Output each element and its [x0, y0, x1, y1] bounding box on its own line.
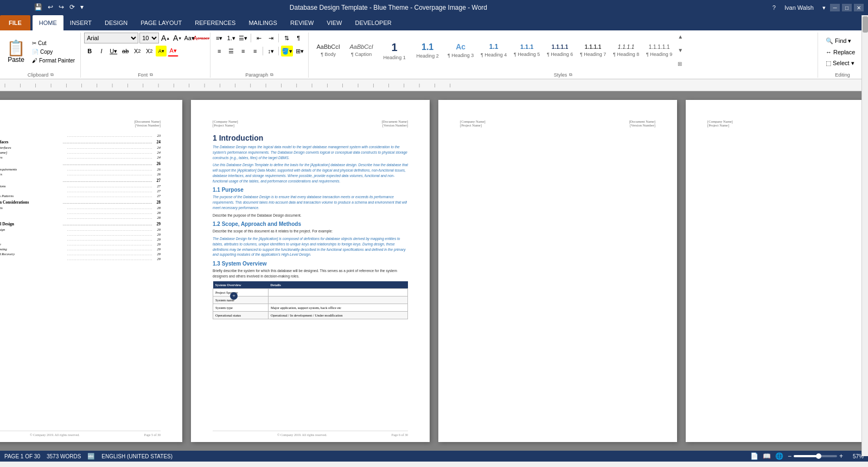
sort-button[interactable]: ⇅ — [281, 33, 292, 43]
page-row2-1[interactable]: [Company Name] [Project Name] [Document … — [438, 100, 677, 442]
subscript-button[interactable]: X2 — [132, 46, 143, 56]
zoom-track[interactable] — [794, 455, 837, 457]
pages-container[interactable]: [Company Name] [Project Name] [Document … — [0, 91, 868, 451]
repeat-button[interactable]: ⟳ — [68, 2, 76, 12]
style-caption[interactable]: AaBbCcI ¶ Caption — [345, 33, 378, 68]
add-row-button[interactable]: + — [230, 292, 238, 300]
font-expand-icon[interactable]: ⧉ — [150, 72, 153, 78]
intro-company-name: [Company Name] — [213, 119, 238, 123]
bold-button[interactable]: B — [84, 46, 95, 56]
align-right-button[interactable]: ≡ — [238, 46, 248, 56]
pr2-1-header-right: [Document Name] [Version Number] — [629, 119, 655, 127]
style-heading8[interactable]: 1.1.1.1 ¶ Heading 8 — [610, 33, 642, 68]
style-heading7-label: ¶ Heading 7 — [580, 52, 606, 57]
style-heading2[interactable]: 1.1 Heading 2 — [411, 33, 444, 68]
style-heading3[interactable]: Ac ¶ Heading 3 — [444, 33, 477, 68]
quick-access-dropdown[interactable]: ▾ — [79, 2, 85, 12]
minimize-button[interactable]: ─ — [830, 4, 840, 11]
italic-button[interactable]: I — [96, 46, 107, 56]
scrollbar-track[interactable] — [861, 15, 868, 456]
justify-button[interactable]: ≡ — [250, 46, 260, 56]
user-dropdown[interactable]: ▾ — [822, 4, 826, 11]
clipboard-expand-icon[interactable]: ⧉ — [50, 72, 54, 78]
font-family-select[interactable]: Arial — [84, 33, 138, 43]
increase-indent-button[interactable]: ⇥ — [265, 33, 276, 43]
save-button[interactable]: 💾 — [33, 2, 44, 12]
bullets-button[interactable]: ≡▾ — [214, 33, 225, 43]
style-heading7[interactable]: 1.1.1.1 ¶ Heading 7 — [577, 33, 609, 68]
redo-button[interactable]: ↪ — [57, 2, 66, 12]
find-button[interactable]: 🔍 Find ▾ — [821, 36, 856, 46]
numbering-button[interactable]: 1.▾ — [226, 33, 237, 43]
close-button[interactable]: ✕ — [854, 4, 864, 11]
border-button[interactable]: ⊞▾ — [294, 46, 305, 56]
zoom-out-button[interactable]: − — [788, 452, 792, 460]
clear-format-button[interactable]: Aeraser — [196, 33, 207, 43]
scrollbar-thumb[interactable] — [863, 16, 868, 33]
paragraph-expand-icon[interactable]: ⧉ — [270, 72, 273, 78]
style-heading6[interactable]: 1.1.1.1 ¶ Heading 6 — [544, 33, 576, 68]
zoom-bar[interactable]: − + — [788, 452, 843, 460]
copy-button[interactable]: 📄 Copy — [30, 48, 77, 56]
font-color-button[interactable]: A▾ — [168, 46, 178, 56]
zoom-in-button[interactable]: + — [839, 452, 843, 460]
styles-more-button[interactable]: ⊞ — [676, 60, 684, 68]
restore-button[interactable]: □ — [842, 4, 852, 11]
decrease-indent-button[interactable]: ⇤ — [253, 33, 264, 43]
strikethrough-button[interactable]: ab — [120, 46, 131, 56]
format-painter-icon: 🖌 — [32, 58, 37, 64]
select-button[interactable]: ⬚ Select ▾ — [821, 58, 859, 68]
toc2-item-5: 5 Database Interfaces ..................… — [0, 140, 161, 144]
styles-content: AaBbCcI ¶ Body AaBbCcI ¶ Caption 1 Headi… — [312, 33, 814, 71]
styles-scroll-up-button[interactable]: ▲ — [676, 33, 684, 41]
underline-button[interactable]: U▾ — [108, 46, 119, 56]
tab-page-layout[interactable]: PAGE LAYOUT — [134, 15, 188, 30]
style-heading4[interactable]: 1.1 ¶ Heading 4 — [477, 33, 510, 68]
paste-button[interactable]: 📋 Paste — [4, 40, 28, 65]
find-dropdown[interactable]: ▾ — [848, 37, 851, 45]
text-highlight-button[interactable]: A▾ — [156, 46, 167, 56]
shrink-font-button[interactable]: A▼ — [172, 33, 183, 43]
table-cell-sponsor-label: Project Sponsor — [213, 288, 269, 296]
styles-expand-icon[interactable]: ⧉ — [569, 72, 572, 78]
zoom-thumb[interactable] — [816, 453, 821, 459]
view-mode-print[interactable]: 📄 — [750, 452, 758, 460]
tab-insert[interactable]: INSERT — [63, 15, 98, 30]
cut-button[interactable]: ✂ Cut — [30, 39, 77, 47]
view-mode-read[interactable]: 📖 — [763, 452, 771, 460]
grow-font-button[interactable]: A▲ — [160, 33, 171, 43]
help-icon[interactable]: ? — [773, 4, 776, 11]
replace-button[interactable]: ↔ Replace — [821, 47, 859, 57]
tab-home[interactable]: HOME — [33, 15, 63, 30]
align-center-button[interactable]: ☰ — [226, 46, 237, 56]
tab-references[interactable]: REFERENCES — [188, 15, 242, 30]
tab-design[interactable]: DESIGN — [98, 15, 134, 30]
view-mode-web[interactable]: 🌐 — [775, 452, 783, 460]
toc-page2[interactable]: [Company Name] [Project Name] [Document … — [0, 100, 182, 442]
tab-mailings[interactable]: MAILINGS — [242, 15, 284, 30]
style-heading5[interactable]: 1.1.1 ¶ Heading 5 — [510, 33, 543, 68]
page-row2-2[interactable]: [Company Name] [Project Name] [Document … — [686, 100, 868, 442]
style-heading1[interactable]: 1 Heading 1 — [378, 33, 411, 68]
font-size-select[interactable]: 10 — [139, 33, 159, 43]
undo-button[interactable]: ↩ — [46, 2, 55, 12]
tab-view[interactable]: VIEW — [320, 15, 348, 30]
shading-button[interactable]: 🪣▾ — [281, 46, 293, 56]
show-marks-button[interactable]: ¶ — [293, 33, 304, 43]
style-heading9[interactable]: 1.1.1.1.1 ¶ Heading 9 — [643, 33, 675, 68]
line-spacing-button[interactable]: ↕▾ — [265, 46, 276, 56]
intro-page[interactable]: [Company Name] [Project Name] [Document … — [191, 100, 430, 442]
tab-developer[interactable]: DEVELOPER — [348, 15, 398, 30]
styles-scroll-down-button[interactable]: ▼ — [676, 46, 684, 54]
tab-file[interactable]: FILE — [0, 15, 30, 30]
toc2-item-8-2: 8.2 Queues .............................… — [0, 211, 161, 214]
format-painter-button[interactable]: 🖌 Format Painter — [30, 56, 77, 65]
style-body[interactable]: AaBbCcI ¶ Body — [312, 33, 344, 68]
superscript-button[interactable]: X2 — [144, 46, 155, 56]
multilevel-button[interactable]: ☰▾ — [238, 33, 248, 43]
tab-review[interactable]: REVIEW — [284, 15, 320, 30]
separator2 — [278, 34, 279, 42]
user-name[interactable]: Ivan Walsh — [784, 4, 814, 11]
style-heading6-label: ¶ Heading 6 — [547, 52, 573, 57]
align-left-button[interactable]: ≡ — [214, 46, 225, 56]
